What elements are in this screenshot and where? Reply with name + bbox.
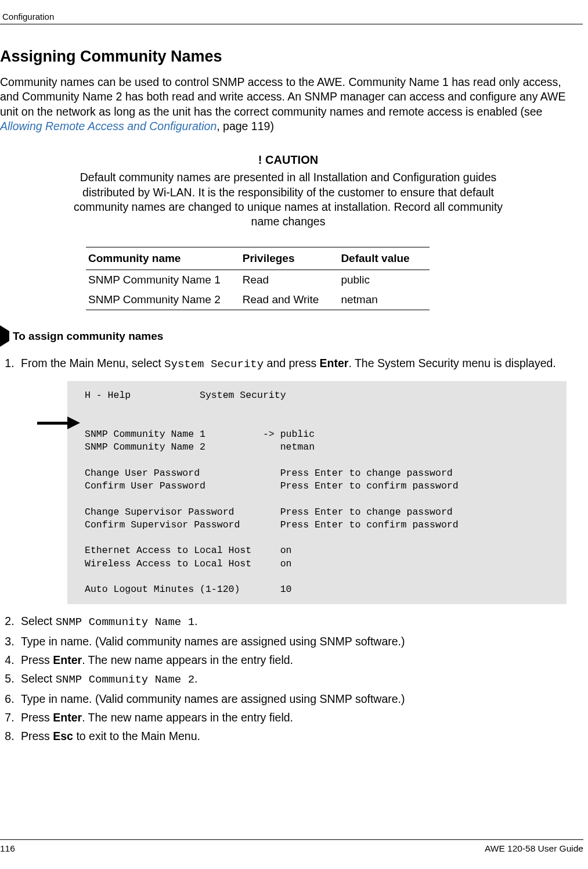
step-text: Press xyxy=(21,730,53,742)
pentagon-bullet-icon xyxy=(0,331,13,342)
caution-text: Default community names are presented in… xyxy=(65,170,512,229)
intro-prefix: Community names can be used to control S… xyxy=(0,76,565,118)
step-text: Press xyxy=(21,711,53,724)
code-text: SNMP Community Name 2 xyxy=(56,673,194,686)
step-text: . The new name appears in the entry fiel… xyxy=(82,711,293,724)
step-text: . The new name appears in the entry fiel… xyxy=(82,653,293,666)
step-text: Select xyxy=(21,615,56,627)
table-cell: netman xyxy=(338,290,429,310)
cross-ref-link[interactable]: Allowing Remote Access and Configuration xyxy=(0,120,217,132)
step-text: to exit to the Main Menu. xyxy=(73,730,200,742)
community-table: Community name Privileges Default value … xyxy=(86,247,430,310)
table-row: SNMP Community Name 1 Read public xyxy=(86,270,430,290)
page-number: 116 xyxy=(0,843,15,854)
key-name: Enter xyxy=(320,357,349,369)
step-text: From the Main Menu, select xyxy=(21,357,164,369)
step-item: Type in name. (Valid community names are… xyxy=(17,633,576,650)
steps-list: From the Main Menu, select System Securi… xyxy=(0,354,576,745)
intro-paragraph: Community names can be used to control S… xyxy=(0,75,576,134)
step-text: . The System Security menu is displayed. xyxy=(348,357,555,369)
doc-title: AWE 120-58 User Guide xyxy=(485,843,583,854)
caution-title: ! CAUTION xyxy=(65,153,512,167)
step-item: Press Enter. The new name appears in the… xyxy=(17,709,576,726)
step-item: Press Enter. The new name appears in the… xyxy=(17,651,576,669)
table-row: SNMP Community Name 2 Read and Write net… xyxy=(86,290,430,310)
step-text: Select xyxy=(21,672,56,685)
table-header: Community name xyxy=(86,247,240,270)
section-title: Assigning Community Names xyxy=(0,48,576,66)
table-cell: Read xyxy=(240,270,339,290)
step-text: and press xyxy=(264,357,319,369)
step-text: Type in name. (Valid community names are… xyxy=(21,635,405,648)
key-name: Enter xyxy=(53,711,82,724)
step-text: . xyxy=(194,615,197,627)
arrow-annotation-icon xyxy=(37,417,80,429)
step-item: Select SNMP Community Name 2. xyxy=(17,670,576,688)
page-footer: 116 AWE 120-58 User Guide xyxy=(0,839,583,854)
terminal-screen: H - Help System Security SNMP Community … xyxy=(67,381,567,604)
table-cell: SNMP Community Name 1 xyxy=(86,270,240,290)
key-name: Enter xyxy=(53,653,82,666)
running-header: Configuration xyxy=(0,12,583,24)
procedure-heading-row: To assign community names xyxy=(0,330,576,343)
table-cell: SNMP Community Name 2 xyxy=(86,290,240,310)
step-item: Press Esc to exit to the Main Menu. xyxy=(17,727,576,745)
intro-suffix: , page 119) xyxy=(217,120,274,132)
step-text: . xyxy=(194,672,197,685)
step-item: From the Main Menu, select System Securi… xyxy=(17,354,576,605)
procedure-heading: To assign community names xyxy=(13,330,163,343)
code-text: System Security xyxy=(164,358,264,371)
terminal-wrap: H - Help System Security SNMP Community … xyxy=(67,381,567,604)
step-text: Type in name. (Valid community names are… xyxy=(21,692,405,705)
step-item: Select SNMP Community Name 1. xyxy=(17,612,576,631)
code-text: SNMP Community Name 1 xyxy=(56,616,194,629)
table-cell: public xyxy=(338,270,429,290)
table-cell: Read and Write xyxy=(240,290,339,310)
key-name: Esc xyxy=(53,730,73,742)
step-text: Press xyxy=(21,653,53,666)
caution-block: ! CAUTION Default community names are pr… xyxy=(65,153,512,229)
table-header: Default value xyxy=(338,247,429,270)
step-item: Type in name. (Valid community names are… xyxy=(17,690,576,708)
table-header: Privileges xyxy=(240,247,339,270)
